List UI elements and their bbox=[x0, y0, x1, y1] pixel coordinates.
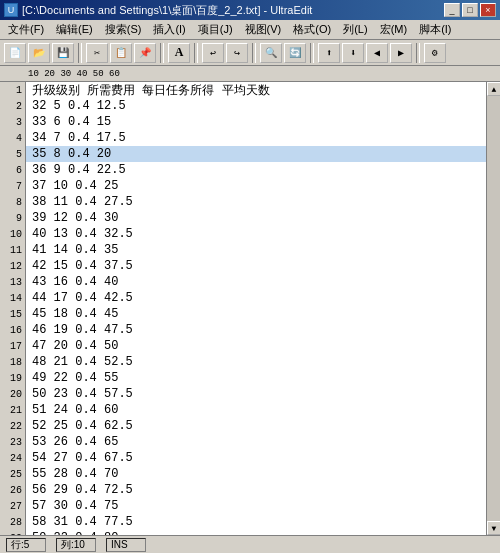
menu-script[interactable]: 脚本(I) bbox=[413, 20, 457, 39]
tb-extra2[interactable]: ⬇ bbox=[342, 43, 364, 63]
open-button[interactable]: 📂 bbox=[28, 43, 50, 63]
line-num-10: 10 bbox=[0, 226, 25, 242]
save-button[interactable]: 💾 bbox=[52, 43, 74, 63]
line-num-3: 3 bbox=[0, 114, 25, 130]
code-area[interactable]: 升级级别 所需费用 每日任务所得 平均天数 32 5 0.4 12.533 6 … bbox=[26, 82, 486, 535]
tb-extra4[interactable]: ▶ bbox=[390, 43, 412, 63]
line-num-2: 2 bbox=[0, 98, 25, 114]
paste-button[interactable]: 📌 bbox=[134, 43, 156, 63]
line-num-11: 11 bbox=[0, 242, 25, 258]
copy-button[interactable]: 📋 bbox=[110, 43, 132, 63]
ruler: 10 20 30 40 50 60 bbox=[0, 66, 500, 82]
menu-file[interactable]: 文件(F) bbox=[2, 20, 50, 39]
status-col-value: 10 bbox=[74, 539, 85, 550]
menu-insert[interactable]: 插入(I) bbox=[147, 20, 191, 39]
code-line-25: 55 28 0.4 70 bbox=[26, 466, 486, 482]
close-button[interactable]: × bbox=[480, 3, 496, 17]
code-line-29: 59 32 0.4 80 bbox=[26, 530, 486, 535]
code-line-26: 56 29 0.4 72.5 bbox=[26, 482, 486, 498]
scroll-down-button[interactable]: ▼ bbox=[487, 521, 500, 535]
separator-1 bbox=[78, 43, 82, 63]
line-num-27: 27 bbox=[0, 498, 25, 514]
code-line-8: 38 11 0.4 27.5 bbox=[26, 194, 486, 210]
font-button[interactable]: A bbox=[168, 43, 190, 63]
ruler-text: 10 20 30 40 50 60 bbox=[28, 69, 120, 79]
redo-button[interactable]: ↪ bbox=[226, 43, 248, 63]
menu-column[interactable]: 列(L) bbox=[337, 20, 373, 39]
code-line-15: 45 18 0.4 45 bbox=[26, 306, 486, 322]
title-buttons[interactable]: _ □ × bbox=[444, 3, 496, 17]
tb-extra1[interactable]: ⬆ bbox=[318, 43, 340, 63]
scroll-track[interactable] bbox=[487, 96, 500, 521]
separator-6 bbox=[416, 43, 420, 63]
line-num-1: 1 bbox=[0, 82, 25, 98]
line-num-26: 26 bbox=[0, 482, 25, 498]
code-line-13: 43 16 0.4 40 bbox=[26, 274, 486, 290]
line-num-24: 24 bbox=[0, 450, 25, 466]
line-num-21: 21 bbox=[0, 402, 25, 418]
code-line-27: 57 30 0.4 75 bbox=[26, 498, 486, 514]
line-num-6: 6 bbox=[0, 162, 25, 178]
cut-button[interactable]: ✂ bbox=[86, 43, 108, 63]
separator-2 bbox=[160, 43, 164, 63]
code-line-17: 47 20 0.4 50 bbox=[26, 338, 486, 354]
find-button[interactable]: 🔍 bbox=[260, 43, 282, 63]
status-line-value: 5 bbox=[24, 539, 30, 550]
minimize-button[interactable]: _ bbox=[444, 3, 460, 17]
scroll-up-button[interactable]: ▲ bbox=[487, 82, 500, 96]
menu-bar: 文件(F) 编辑(E) 搜索(S) 插入(I) 项目(J) 视图(V) 格式(O… bbox=[0, 20, 500, 40]
status-ins-value: INS bbox=[111, 539, 128, 550]
line-num-29: 29 bbox=[0, 530, 25, 535]
code-line-3: 33 6 0.4 15 bbox=[26, 114, 486, 130]
line-num-12: 12 bbox=[0, 258, 25, 274]
menu-view[interactable]: 视图(V) bbox=[239, 20, 288, 39]
menu-format[interactable]: 格式(O) bbox=[287, 20, 337, 39]
replace-button[interactable]: 🔄 bbox=[284, 43, 306, 63]
line-num-20: 20 bbox=[0, 386, 25, 402]
line-num-14: 14 bbox=[0, 290, 25, 306]
line-num-15: 15 bbox=[0, 306, 25, 322]
code-line-4: 34 7 0.4 17.5 bbox=[26, 130, 486, 146]
tb-extra3[interactable]: ◀ bbox=[366, 43, 388, 63]
vertical-scrollbar[interactable]: ▲ ▼ bbox=[486, 82, 500, 535]
line-num-18: 18 bbox=[0, 354, 25, 370]
status-line: 行: 5 bbox=[6, 538, 46, 552]
new-button[interactable]: 📄 bbox=[4, 43, 26, 63]
code-line-5: 35 8 0.4 20 bbox=[26, 146, 486, 162]
line-numbers: 1234567891011121314151617181920212223242… bbox=[0, 82, 26, 535]
toolbar: 📄 📂 💾 ✂ 📋 📌 A ↩ ↪ 🔍 🔄 ⬆ ⬇ ◀ ▶ ⚙ bbox=[0, 40, 500, 66]
editor-container: 1234567891011121314151617181920212223242… bbox=[0, 82, 500, 535]
separator-4 bbox=[252, 43, 256, 63]
code-line-21: 51 24 0.4 60 bbox=[26, 402, 486, 418]
undo-button[interactable]: ↩ bbox=[202, 43, 224, 63]
code-line-11: 41 14 0.4 35 bbox=[26, 242, 486, 258]
code-line-12: 42 15 0.4 37.5 bbox=[26, 258, 486, 274]
line-num-9: 9 bbox=[0, 210, 25, 226]
menu-edit[interactable]: 编辑(E) bbox=[50, 20, 99, 39]
menu-macro[interactable]: 宏(M) bbox=[374, 20, 414, 39]
code-line-6: 36 9 0.4 22.5 bbox=[26, 162, 486, 178]
status-bar: 行: 5 列: 10 INS bbox=[0, 535, 500, 553]
line-num-16: 16 bbox=[0, 322, 25, 338]
line-num-22: 22 bbox=[0, 418, 25, 434]
status-col-label: 列: bbox=[61, 538, 74, 552]
line-num-28: 28 bbox=[0, 514, 25, 530]
line-num-7: 7 bbox=[0, 178, 25, 194]
title-bar: U [C:\Documents and Settings\1\桌面\百度_2_2… bbox=[0, 0, 500, 20]
code-line-23: 53 26 0.4 65 bbox=[26, 434, 486, 450]
menu-search[interactable]: 搜索(S) bbox=[99, 20, 148, 39]
status-col: 列: 10 bbox=[56, 538, 96, 552]
menu-project[interactable]: 项目(J) bbox=[192, 20, 239, 39]
line-num-25: 25 bbox=[0, 466, 25, 482]
line-num-5: 5 bbox=[0, 146, 25, 162]
tb-extra5[interactable]: ⚙ bbox=[424, 43, 446, 63]
line-num-23: 23 bbox=[0, 434, 25, 450]
code-line-20: 50 23 0.4 57.5 bbox=[26, 386, 486, 402]
line-num-17: 17 bbox=[0, 338, 25, 354]
maximize-button[interactable]: □ bbox=[462, 3, 478, 17]
title-text: [C:\Documents and Settings\1\桌面\百度_2_2.t… bbox=[22, 3, 312, 18]
line-num-8: 8 bbox=[0, 194, 25, 210]
code-line-7: 37 10 0.4 25 bbox=[26, 178, 486, 194]
code-line-18: 48 21 0.4 52.5 bbox=[26, 354, 486, 370]
app-icon: U bbox=[4, 3, 18, 17]
